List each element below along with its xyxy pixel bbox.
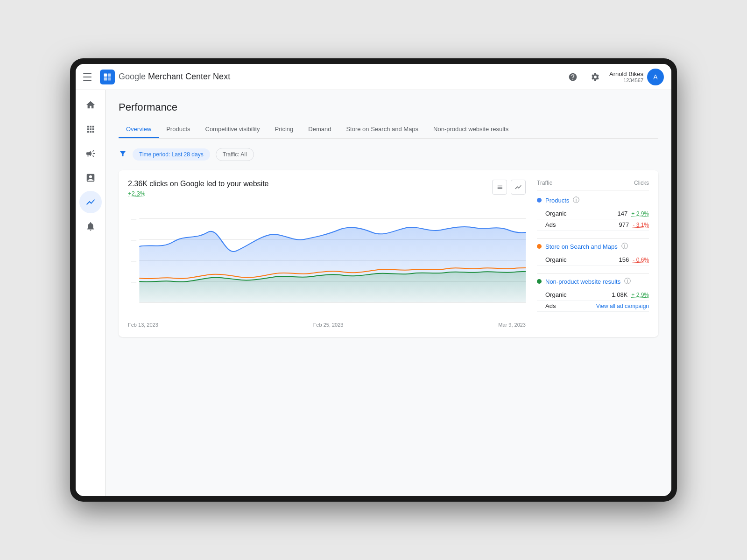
- sidebar-item-campaigns[interactable]: [79, 142, 102, 165]
- traffic-label-nonproduct: Non-product website results ⓘ: [537, 277, 649, 286]
- content-area: Performance Overview Products Competitiv…: [106, 90, 671, 496]
- change-products-ads: - 3.1%: [633, 222, 649, 228]
- traffic-label-store: Store on Search and Maps ⓘ: [537, 242, 649, 251]
- logo-text: Google Merchant Center Next: [119, 72, 230, 82]
- nonproduct-info-icon[interactable]: ⓘ: [624, 277, 631, 286]
- value-nonproduct-organic: 1.08K + 2.9%: [612, 291, 649, 298]
- tab-overview[interactable]: Overview: [119, 121, 159, 138]
- value-products-ads: 977 - 3.1%: [619, 221, 649, 228]
- time-period-filter[interactable]: Time period: Last 28 days: [133, 148, 210, 161]
- merchant-center-icon: [100, 70, 115, 84]
- nonproduct-link[interactable]: Non-product website results: [545, 278, 620, 285]
- products-info-icon[interactable]: ⓘ: [573, 196, 579, 204]
- user-avatar[interactable]: A: [647, 69, 664, 85]
- tab-competitive[interactable]: Competitive visibility: [198, 121, 268, 138]
- user-info: Arnold Bikes 1234567 A: [609, 69, 664, 85]
- traffic-row-products-ads: Ads 977 - 3.1%: [537, 219, 649, 231]
- change-nonproduct-organic: + 2.9%: [631, 292, 649, 298]
- stats-panel: Traffic Clicks Products ⓘ Organic: [537, 180, 649, 328]
- chart-dates: Feb 13, 2023 Feb 25, 2023 Mar 9, 2023: [128, 322, 526, 328]
- view-all-campaign-link[interactable]: View all ad campaign: [596, 303, 649, 309]
- device-frame: Google Merchant Center Next: [70, 58, 677, 502]
- traffic-section-products: Products ⓘ Organic 147 + 2.9%: [537, 196, 649, 231]
- value-nonproduct-ads: View all ad campaign: [596, 303, 649, 309]
- sidebar: [76, 90, 106, 496]
- store-link[interactable]: Store on Search and Maps: [545, 243, 618, 250]
- tab-non-product[interactable]: Non-product website results: [426, 121, 516, 138]
- svg-rect-1: [108, 73, 111, 77]
- logo-area: Google Merchant Center Next: [100, 70, 230, 84]
- filter-bar: Time period: Last 28 days Traffic: All: [119, 148, 658, 161]
- traffic-filter[interactable]: Traffic: All: [216, 148, 254, 161]
- label-products-ads: Ads: [545, 221, 556, 228]
- svg-text:—: —: [131, 237, 137, 242]
- value-products-organic: 147 + 2.9%: [618, 210, 649, 217]
- count-products-ads: 977: [619, 221, 629, 228]
- settings-button[interactable]: [587, 69, 604, 85]
- filter-icon: [119, 149, 127, 160]
- user-text: Arnold Bikes 1234567: [609, 70, 643, 83]
- tab-pricing[interactable]: Pricing: [268, 121, 301, 138]
- dot-products: [537, 198, 542, 203]
- traffic-row-products-organic: Organic 147 + 2.9%: [537, 208, 649, 219]
- change-store-organic: - 0.6%: [633, 257, 649, 263]
- divider-1: [537, 238, 649, 238]
- divider-2: [537, 273, 649, 273]
- count-nonproduct-organic: 1.08K: [612, 291, 627, 298]
- chart-area-toggle[interactable]: [492, 180, 507, 195]
- chart-change: +2.3%: [128, 190, 269, 197]
- top-bar: Google Merchant Center Next: [76, 64, 671, 90]
- sidebar-item-notifications[interactable]: [79, 215, 102, 238]
- dot-store: [537, 244, 542, 249]
- value-store-organic: 156 - 0.6%: [619, 256, 649, 263]
- tab-store-search-maps[interactable]: Store on Search and Maps: [338, 121, 426, 138]
- sidebar-item-products[interactable]: [79, 118, 102, 140]
- label-nonproduct-organic: Organic: [545, 291, 567, 298]
- date-start: Feb 13, 2023: [128, 322, 158, 328]
- chart-svg: — — — —: [128, 204, 526, 316]
- menu-icon[interactable]: [83, 71, 94, 83]
- main-layout: Performance Overview Products Competitiv…: [76, 90, 671, 496]
- page-title: Performance: [119, 101, 658, 113]
- tabs: Overview Products Competitive visibility…: [119, 121, 658, 139]
- label-store-organic: Organic: [545, 256, 567, 263]
- chart-area: 2.36K clicks on Google led to your websi…: [128, 180, 526, 328]
- traffic-row-nonproduct-ads: Ads View all ad campaign: [537, 301, 649, 312]
- stats-header-traffic: Traffic: [537, 180, 552, 186]
- traffic-row-nonproduct-organic: Organic 1.08K + 2.9%: [537, 289, 649, 301]
- count-store-organic: 156: [619, 256, 629, 263]
- help-button[interactable]: [564, 69, 581, 85]
- user-name: Arnold Bikes: [609, 70, 643, 77]
- traffic-row-store-organic: Organic 156 - 0.6%: [537, 254, 649, 266]
- stats-header: Traffic Clicks: [537, 180, 649, 190]
- traffic-section-store: Store on Search and Maps ⓘ Organic 156 -…: [537, 242, 649, 266]
- svg-rect-3: [108, 77, 111, 80]
- products-link[interactable]: Products: [545, 197, 569, 204]
- user-id: 1234567: [609, 77, 643, 83]
- svg-text:—: —: [131, 258, 137, 263]
- svg-text:—: —: [131, 216, 137, 221]
- tab-demand[interactable]: Demand: [301, 121, 338, 138]
- dot-nonproduct: [537, 279, 542, 284]
- svg-text:—: —: [131, 279, 137, 284]
- sidebar-item-home[interactable]: [79, 94, 102, 116]
- chart-title: 2.36K clicks on Google led to your websi…: [128, 180, 269, 188]
- chart-controls: [492, 180, 526, 195]
- label-nonproduct-ads: Ads: [545, 302, 556, 309]
- stats-header-clicks: Clicks: [634, 180, 649, 186]
- chart-line-toggle[interactable]: [511, 180, 526, 195]
- store-info-icon[interactable]: ⓘ: [621, 242, 628, 251]
- label-products-organic: Organic: [545, 210, 567, 217]
- date-mid: Feb 25, 2023: [313, 322, 344, 328]
- date-end: Mar 9, 2023: [498, 322, 526, 328]
- chart-card: 2.36K clicks on Google led to your websi…: [119, 170, 658, 337]
- svg-rect-2: [104, 77, 107, 80]
- traffic-section-nonproduct: Non-product website results ⓘ Organic 1.…: [537, 277, 649, 312]
- count-products-organic: 147: [618, 210, 628, 217]
- sidebar-item-performance[interactable]: [79, 191, 102, 213]
- tab-products[interactable]: Products: [159, 121, 197, 138]
- change-products-organic: + 2.9%: [631, 210, 649, 217]
- top-bar-actions: Arnold Bikes 1234567 A: [564, 69, 664, 85]
- sidebar-item-reports[interactable]: [79, 167, 102, 189]
- svg-rect-0: [104, 73, 107, 77]
